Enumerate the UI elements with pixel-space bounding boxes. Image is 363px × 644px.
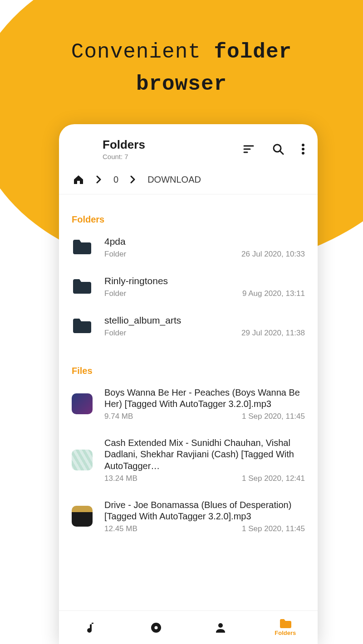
file-list: Boys Wanna Be Her - Peaches (Boys Wanna … bbox=[59, 379, 318, 542]
section-label-files: Files bbox=[59, 346, 318, 379]
nav-artists[interactable] bbox=[188, 622, 253, 634]
section-label-folders: Folders bbox=[59, 194, 318, 228]
file-name: Cash Extended Mix - Sunidhi Chauhan, Vis… bbox=[104, 437, 305, 472]
promo-headline-bold-a: folder bbox=[214, 40, 292, 64]
folder-date: 9 Aug 2020, 13:11 bbox=[242, 289, 305, 298]
chevron-right-icon bbox=[96, 175, 102, 184]
file-row-main: Drive - Joe Bonamassa (Blues of Desperat… bbox=[104, 499, 305, 533]
folder-row[interactable]: stellio_album_arts Folder 29 Jul 2020, 1… bbox=[69, 306, 308, 346]
more-icon[interactable] bbox=[301, 143, 305, 155]
folder-icon bbox=[279, 619, 292, 629]
folder-date: 26 Jul 2020, 10:33 bbox=[241, 250, 305, 259]
file-name: Drive - Joe Bonamassa (Blues of Desperat… bbox=[104, 499, 305, 523]
folder-date: 29 Jul 2020, 11:38 bbox=[241, 329, 305, 338]
file-size: 9.74 MB bbox=[104, 412, 133, 421]
nav-songs[interactable] bbox=[59, 622, 124, 634]
svg-point-6 bbox=[302, 148, 304, 150]
file-size: 13.24 MB bbox=[104, 474, 137, 483]
file-row[interactable]: Drive - Joe Bonamassa (Blues of Desperat… bbox=[69, 491, 308, 542]
svg-point-10 bbox=[218, 623, 223, 628]
folder-name: 4pda bbox=[104, 236, 305, 248]
folder-row-main: 4pda Folder 26 Jul 2020, 10:33 bbox=[104, 236, 305, 259]
album-art-icon bbox=[72, 450, 93, 470]
promo-headline: Convenient folder browser bbox=[0, 36, 363, 101]
disc-icon bbox=[150, 622, 162, 634]
file-row[interactable]: Boys Wanna Be Her - Peaches (Boys Wanna … bbox=[69, 379, 308, 429]
chevron-right-icon bbox=[130, 175, 136, 184]
folder-row[interactable]: Rinly-ringtones Folder 9 Aug 2020, 13:11 bbox=[69, 267, 308, 306]
menu-icon[interactable] bbox=[72, 145, 83, 153]
nav-folders[interactable]: Folders bbox=[253, 619, 318, 636]
nav-folders-label: Folders bbox=[275, 629, 296, 636]
page-title: Folders bbox=[103, 138, 243, 152]
file-row[interactable]: Cash Extended Mix - Sunidhi Chauhan, Vis… bbox=[69, 429, 308, 491]
breadcrumb-segment[interactable]: 0 bbox=[113, 174, 118, 185]
svg-point-9 bbox=[154, 626, 157, 629]
content-area: Folders 4pda Folder 26 Jul 2020, 10:33 bbox=[59, 194, 318, 610]
person-icon bbox=[215, 622, 226, 634]
file-row-main: Boys Wanna Be Her - Peaches (Boys Wanna … bbox=[104, 387, 305, 421]
file-size: 12.45 MB bbox=[104, 524, 137, 533]
album-art-icon bbox=[72, 393, 93, 414]
folder-type: Folder bbox=[104, 250, 126, 259]
folder-row-main: Rinly-ringtones Folder 9 Aug 2020, 13:11 bbox=[104, 275, 305, 298]
bottom-nav: Folders bbox=[59, 610, 318, 644]
folder-row[interactable]: 4pda Folder 26 Jul 2020, 10:33 bbox=[69, 228, 308, 267]
folder-icon bbox=[72, 237, 93, 257]
file-name: Boys Wanna Be Her - Peaches (Boys Wanna … bbox=[104, 387, 305, 410]
sort-icon[interactable] bbox=[243, 145, 255, 154]
svg-line-4 bbox=[280, 151, 283, 154]
folder-icon bbox=[72, 276, 93, 297]
folder-name: stellio_album_arts bbox=[104, 315, 305, 327]
app-header: Folders Count: 7 bbox=[59, 124, 318, 166]
file-date: 1 Sep 2020, 11:45 bbox=[242, 524, 305, 533]
folder-icon bbox=[72, 315, 93, 336]
album-art-icon bbox=[72, 506, 93, 527]
folder-type: Folder bbox=[104, 329, 126, 338]
folder-list: 4pda Folder 26 Jul 2020, 10:33 Rinly-rin… bbox=[59, 228, 318, 346]
home-icon[interactable] bbox=[73, 174, 84, 185]
promo-headline-bold-b: browser bbox=[136, 73, 227, 96]
file-date: 1 Sep 2020, 12:41 bbox=[242, 474, 305, 483]
header-title-block: Folders Count: 7 bbox=[103, 138, 243, 160]
breadcrumb-segment[interactable]: DOWNLOAD bbox=[147, 174, 201, 185]
file-date: 1 Sep 2020, 11:45 bbox=[242, 412, 305, 421]
page-count: Count: 7 bbox=[103, 153, 243, 160]
folder-name: Rinly-ringtones bbox=[104, 275, 305, 287]
promo-headline-light: Convenient bbox=[71, 40, 201, 64]
folder-type: Folder bbox=[104, 289, 126, 298]
svg-point-7 bbox=[302, 152, 304, 155]
phone-frame: Folders Count: 7 0 DOWNLOAD Fold bbox=[59, 124, 318, 644]
breadcrumb: 0 DOWNLOAD bbox=[59, 166, 318, 194]
search-icon[interactable] bbox=[272, 143, 284, 155]
file-row-main: Cash Extended Mix - Sunidhi Chauhan, Vis… bbox=[104, 437, 305, 483]
music-note-icon bbox=[86, 622, 96, 634]
svg-point-5 bbox=[302, 144, 304, 146]
nav-albums[interactable] bbox=[124, 622, 189, 634]
header-actions bbox=[243, 143, 305, 155]
folder-row-main: stellio_album_arts Folder 29 Jul 2020, 1… bbox=[104, 315, 305, 338]
